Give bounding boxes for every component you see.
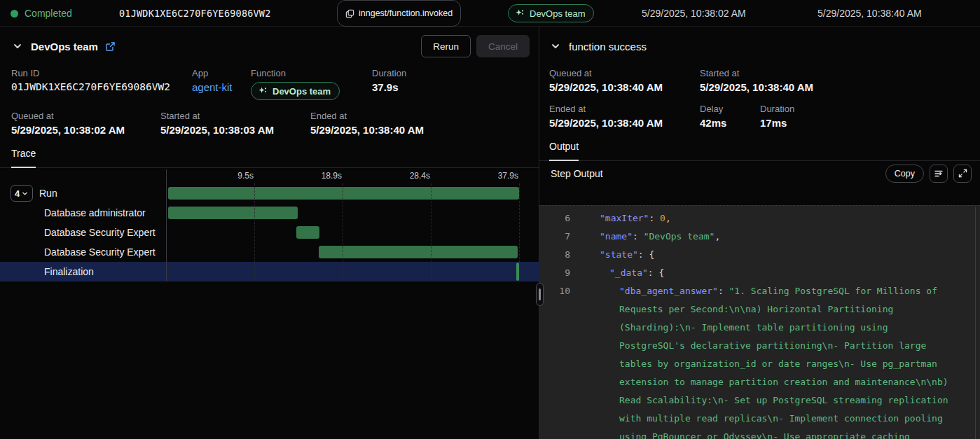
span-bar[interactable]: [168, 187, 519, 200]
expand-icon[interactable]: [953, 165, 972, 183]
code-line: 10"dba_agent_answer": "1. Scaling Postgr…: [539, 282, 980, 439]
trace-timeline: 9.5s 18.9s 28.4s 37.9s 4RunDatabase admi…: [0, 169, 539, 281]
code-line: 6"maxIter": 0,: [539, 209, 980, 228]
line-number: 10: [539, 282, 570, 439]
app-link[interactable]: agent-kit: [192, 81, 251, 93]
trace-row-name: Database Security Expert: [44, 227, 156, 238]
step-title: function success: [569, 41, 647, 53]
trace-row[interactable]: Finalization: [0, 262, 539, 281]
function-badge-top-label: DevOps team: [530, 8, 585, 19]
code-line-content: "maxIter": 0,: [580, 209, 980, 228]
top-status-bar: Completed 01JWDK1XE6C270F6YE69086VW2 inn…: [0, 0, 980, 27]
step-meta-duration: Duration 17ms: [760, 104, 794, 129]
collapse-run-chevron-icon[interactable]: [11, 40, 24, 53]
meta-started-at: Started at 5/29/2025, 10:38:03 AM: [160, 111, 310, 136]
queued-timestamp-top: 5/29/2025, 10:38:02 AM: [642, 0, 746, 27]
collapse-step-chevron-icon[interactable]: [549, 40, 562, 53]
duration-value: 37.9s: [372, 81, 406, 93]
step-meta-started-at: Started at 5/29/2025, 10:38:40 AM: [700, 68, 813, 93]
code-line-content: "_data": {: [580, 264, 980, 282]
code-line-content: "name": "DevOps team",: [580, 228, 980, 246]
meta-app: App agent-kit: [192, 68, 251, 100]
span-bar[interactable]: [296, 226, 319, 239]
run-id-top: 01JWDK1XE6C270F6YE69086VW2: [119, 0, 271, 27]
left-tab-bar: Trace: [0, 148, 539, 168]
cancel-button[interactable]: Cancel: [476, 35, 530, 57]
trace-row[interactable]: 4Run: [0, 183, 539, 203]
trace-row-track: [166, 203, 519, 223]
line-number: 9: [539, 264, 570, 282]
wrap-lines-icon[interactable]: [930, 165, 948, 183]
code-line: 8"state": {: [539, 246, 980, 264]
line-number: 7: [539, 228, 570, 246]
meta-ended-at: Ended at 5/29/2025, 10:38:40 AM: [310, 111, 424, 136]
ended-timestamp-top: 5/29/2025, 10:38:40 AM: [817, 0, 922, 27]
span-bar[interactable]: [319, 246, 518, 258]
step-meta-ended-at: Ended at 5/29/2025, 10:38:40 AM: [549, 104, 700, 129]
event-badge-label: inngest/function.invoked: [359, 8, 453, 18]
step-output-title: Step Output: [551, 168, 603, 179]
trace-row-track: [166, 183, 519, 203]
trace-axis: 9.5s 18.9s 28.4s 37.9s: [0, 169, 539, 183]
tab-output[interactable]: Output: [549, 141, 579, 160]
trace-row-label-cell: Database administrator: [0, 203, 166, 223]
event-badge[interactable]: inngest/function.invoked: [337, 0, 461, 27]
trace-row-label-cell: Database Security Expert: [0, 223, 166, 242]
panel-resize-handle[interactable]: [536, 283, 544, 306]
trace-row-name: Finalization: [44, 266, 94, 277]
code-line-content: "dba_agent_answer": "1. Scaling PostgreS…: [580, 282, 980, 439]
rerun-button[interactable]: Rerun: [421, 35, 471, 57]
span-bar[interactable]: [168, 207, 298, 219]
function-badge[interactable]: DevOps team: [251, 82, 340, 100]
span-bar[interactable]: [516, 263, 519, 281]
axis-tick: 18.9s: [322, 171, 343, 181]
meta-queued-at: Queued at 5/29/2025, 10:38:02 AM: [11, 111, 160, 136]
step-detail-panel: function success Queued at 5/29/2025, 10…: [539, 27, 980, 439]
trace-row-label-cell: Database Security Expert: [0, 242, 166, 262]
meta-duration: Duration 37.9s: [372, 68, 406, 100]
code-scrollbar[interactable]: [975, 207, 976, 439]
right-tab-bar: Output: [539, 141, 980, 161]
line-number: 6: [539, 209, 570, 228]
trace-row-label-cell: 4Run: [0, 183, 166, 203]
code-line-content: "state": {: [580, 246, 980, 264]
copy-button[interactable]: Copy: [885, 165, 924, 183]
code-line: 9"_data": {: [539, 264, 980, 282]
axis-tick: 37.9s: [498, 171, 519, 181]
sparkles-icon: [258, 86, 268, 97]
function-badge-top[interactable]: DevOps team: [508, 0, 594, 27]
trace-row-track: [166, 262, 519, 281]
run-title: DevOps team: [31, 41, 98, 53]
step-meta-delay: Delay 42ms: [700, 104, 760, 129]
step-meta-queued-at: Queued at 5/29/2025, 10:38:40 AM: [549, 68, 700, 93]
line-number: 8: [539, 246, 570, 264]
tab-trace[interactable]: Trace: [11, 148, 36, 167]
trace-row-track: [166, 242, 519, 262]
sparkles-icon: [515, 8, 525, 19]
trace-row[interactable]: Database Security Expert: [0, 223, 539, 242]
function-badge-label: DevOps team: [272, 86, 331, 97]
run-detail-panel: DevOps team Rerun Cancel Run ID 01JWDK1X…: [0, 27, 539, 439]
run-id-value: 01JWDK1XE6C270F6YE69086VW2: [11, 81, 192, 92]
trace-row-name: Database administrator: [44, 207, 146, 218]
code-line: 7"name": "DevOps team",: [539, 228, 980, 246]
trace-row-label-cell: Finalization: [0, 262, 166, 281]
status-label: Completed: [25, 8, 72, 19]
trace-row-track: [166, 223, 519, 242]
run-status: Completed: [11, 0, 72, 27]
meta-function: Function DevOps team: [251, 68, 372, 100]
trace-row-name: Run: [39, 188, 57, 199]
trace-row[interactable]: Database Security Expert: [0, 242, 539, 262]
status-dot-icon: [11, 10, 18, 18]
axis-tick: 28.4s: [410, 171, 431, 181]
event-icon: [345, 9, 354, 18]
meta-run-id: Run ID 01JWDK1XE6C270F6YE69086VW2: [11, 68, 192, 100]
run-details-page: Completed 01JWDK1XE6C270F6YE69086VW2 inn…: [0, 0, 980, 439]
step-output-code[interactable]: 6"maxIter": 0,7"name": "DevOps team",8"s…: [539, 205, 980, 439]
trace-row[interactable]: Database administrator: [0, 203, 539, 223]
timeline-start-line: [166, 169, 167, 281]
axis-tick: 9.5s: [237, 171, 254, 181]
collapse-children-button[interactable]: 4: [11, 185, 33, 202]
external-link-icon[interactable]: [105, 41, 116, 52]
trace-row-name: Database Security Expert: [44, 246, 156, 258]
